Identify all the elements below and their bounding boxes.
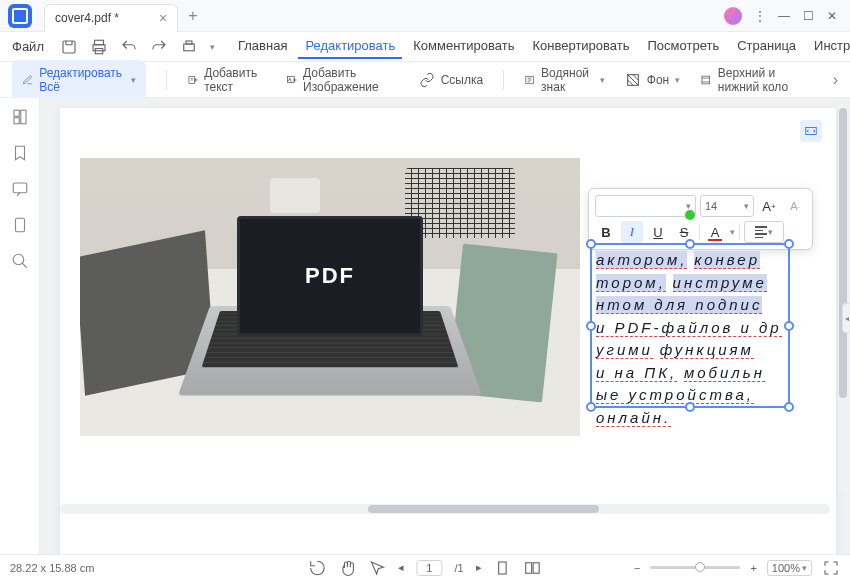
divider (699, 224, 700, 240)
underline-button[interactable]: U (647, 221, 669, 243)
link-button[interactable]: Ссылка (419, 72, 483, 88)
text-format-toolbar: ▾ 14▾ A+ A- B I U S A ▾ ▾ (588, 188, 813, 250)
thumbnails-icon[interactable] (11, 108, 29, 126)
resize-handle-bl[interactable] (586, 402, 596, 412)
resize-handle-br[interactable] (784, 402, 794, 412)
edit-all-label: Редактировать Всё (39, 66, 125, 94)
chevron-down-icon: ▾ (675, 75, 680, 85)
font-family-select[interactable]: ▾ (595, 195, 696, 217)
close-tab-icon[interactable]: × (159, 10, 167, 26)
bold-button[interactable]: B (595, 221, 617, 243)
two-page-icon[interactable] (524, 559, 542, 577)
image-overlay-text: PDF (305, 263, 355, 289)
right-panel-collapse[interactable]: ◂ (842, 303, 850, 333)
zoom-out-icon[interactable]: − (634, 562, 640, 574)
single-page-icon[interactable] (494, 559, 512, 577)
resize-handle-tl[interactable] (586, 239, 596, 249)
background-label: Фон (647, 73, 669, 87)
save-icon[interactable] (60, 38, 78, 56)
svg-point-20 (13, 254, 24, 265)
minimize-icon[interactable]: — (778, 10, 790, 22)
svg-rect-1 (94, 40, 103, 45)
print-icon[interactable] (90, 38, 108, 56)
header-footer-button[interactable]: Верхний и нижний коло (700, 66, 812, 94)
bookmark-icon[interactable] (11, 144, 29, 162)
resize-handle-tr[interactable] (784, 239, 794, 249)
scrollbar-thumb[interactable] (839, 108, 847, 398)
resize-handle-r[interactable] (784, 321, 794, 331)
text-edit-box[interactable]: актором, конвер тором, инструме нтом для… (590, 243, 790, 408)
menu-page[interactable]: Страница (730, 34, 803, 59)
select-tool-icon[interactable] (368, 559, 386, 577)
menu-view[interactable]: Посмотреть (641, 34, 727, 59)
svg-rect-23 (526, 562, 532, 573)
divider (503, 70, 504, 90)
scrollbar-thumb[interactable] (368, 505, 599, 513)
chevron-down-icon[interactable]: ▾ (730, 227, 735, 237)
search-icon[interactable] (11, 252, 29, 270)
divider (739, 224, 740, 240)
zoom-in-icon[interactable]: + (750, 562, 756, 574)
font-size-select[interactable]: 14▾ (700, 195, 754, 217)
maximize-icon[interactable]: ☐ (802, 10, 814, 22)
svg-rect-4 (184, 44, 195, 51)
watermark-button[interactable]: Водяной знак ▾ (524, 66, 605, 94)
chevron-down-icon[interactable]: ▾ (210, 42, 215, 52)
window-close-icon[interactable]: ✕ (826, 10, 838, 22)
svg-rect-19 (15, 218, 24, 232)
svg-rect-0 (63, 41, 75, 53)
fullscreen-icon[interactable] (822, 559, 840, 577)
undo-icon[interactable] (120, 38, 138, 56)
redo-icon[interactable] (150, 38, 168, 56)
document-tab[interactable]: cover4.pdf * × (44, 4, 178, 32)
svg-rect-24 (533, 562, 539, 573)
kebab-menu-icon[interactable]: ⋮ (754, 10, 766, 22)
add-text-button[interactable]: Добавить текст (187, 66, 266, 94)
comment-icon[interactable] (11, 180, 29, 198)
resize-handle-t[interactable] (685, 239, 695, 249)
svg-rect-5 (186, 41, 192, 44)
vertical-scrollbar[interactable] (838, 108, 848, 494)
file-menu[interactable]: Файл (8, 39, 48, 54)
menu-home[interactable]: Главная (231, 34, 294, 59)
decrease-font-icon[interactable]: A- (784, 195, 806, 217)
edit-all-button[interactable]: Редактировать Всё ▾ (12, 60, 146, 100)
rotate-handle[interactable] (685, 210, 695, 220)
attachment-icon[interactable] (11, 216, 29, 234)
hand-tool-icon[interactable] (338, 559, 356, 577)
add-image-button[interactable]: Добавить Изображение (286, 66, 399, 94)
resize-handle-b[interactable] (685, 402, 695, 412)
add-tab-button[interactable]: + (188, 7, 197, 25)
menu-comment[interactable]: Комментировать (406, 34, 521, 59)
background-button[interactable]: Фон ▾ (625, 72, 680, 88)
menu-edit[interactable]: Редактировать (298, 34, 402, 59)
menu-tools[interactable]: Инструменты (807, 34, 850, 59)
page-total: /1 (454, 562, 463, 574)
pdf-page[interactable]: PDF ▾ 14▾ A+ A- B I U S A ▾ (60, 108, 836, 554)
embedded-image[interactable]: PDF (80, 158, 580, 436)
menu-convert[interactable]: Конвертировать (525, 34, 636, 59)
user-avatar[interactable] (724, 7, 742, 25)
font-color-button[interactable]: A (704, 221, 726, 243)
resize-handle-l[interactable] (586, 321, 596, 331)
rotate-ccw-icon[interactable] (308, 559, 326, 577)
horizontal-scrollbar[interactable] (60, 504, 830, 514)
zoom-slider[interactable] (650, 566, 740, 569)
increase-font-icon[interactable]: A+ (758, 195, 780, 217)
app-logo[interactable] (8, 4, 32, 28)
link-label: Ссылка (441, 73, 483, 87)
zoom-slider-thumb[interactable] (695, 562, 705, 572)
font-size-value: 14 (705, 200, 717, 212)
header-footer-label: Верхний и нижний коло (718, 66, 813, 94)
add-text-label: Добавить текст (204, 66, 265, 94)
toolbar-overflow-icon[interactable]: › (833, 71, 838, 89)
zoom-value-select[interactable]: 100%▾ (767, 560, 812, 576)
add-image-label: Добавить Изображение (303, 66, 399, 94)
prev-page-icon[interactable]: ◂ (398, 561, 404, 574)
align-button[interactable]: ▾ (744, 221, 784, 243)
page-number-input[interactable]: 1 (416, 560, 442, 576)
printer-icon[interactable] (180, 38, 198, 56)
fit-page-icon[interactable] (800, 120, 822, 142)
next-page-icon[interactable]: ▸ (476, 561, 482, 574)
italic-button[interactable]: I (621, 221, 643, 243)
